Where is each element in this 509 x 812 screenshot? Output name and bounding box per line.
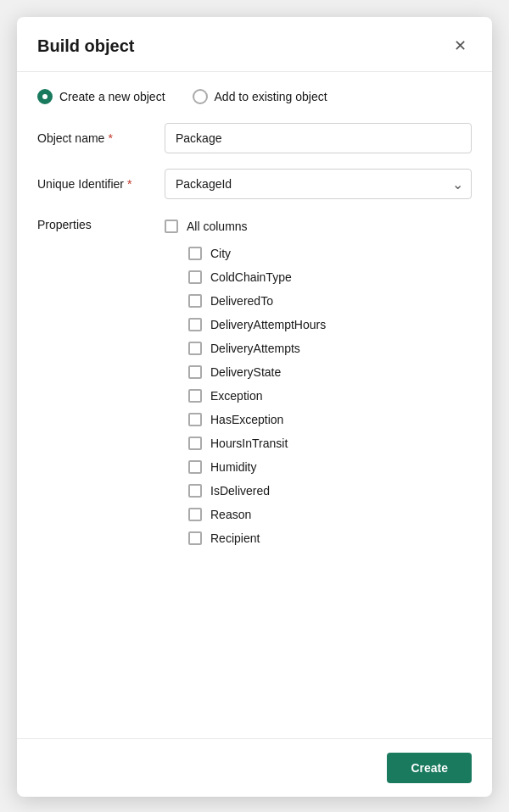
checkbox-exception	[188, 389, 202, 403]
object-name-required: *	[108, 131, 112, 145]
checkbox-hasexception	[188, 413, 202, 426]
label-deliveredto: DeliveredTo	[210, 294, 273, 308]
radio-add-existing-circle	[193, 89, 208, 104]
build-object-dialog: Build object ✕ Create a new object Add t…	[17, 17, 492, 797]
label-city: City	[210, 247, 231, 260]
radio-add-existing-label: Add to existing object	[215, 90, 327, 103]
object-name-row: Object name *	[37, 123, 472, 153]
radio-create-new[interactable]: Create a new object	[37, 89, 165, 104]
label-hoursintransit: HoursInTransit	[210, 437, 288, 450]
checkbox-humidity	[188, 460, 202, 474]
properties-section: Properties All columns City ColdChainTyp…	[37, 214, 472, 731]
list-item[interactable]: IsDelivered	[165, 479, 468, 503]
dialog-body: Create a new object Add to existing obje…	[17, 72, 492, 731]
label-hasexception: HasException	[210, 413, 283, 426]
unique-identifier-required: *	[127, 177, 131, 191]
checkbox-deliveryattempthours	[188, 318, 202, 331]
radio-group: Create a new object Add to existing obje…	[37, 89, 472, 104]
checkbox-recipient	[188, 531, 202, 545]
properties-label: Properties	[37, 214, 165, 731]
list-item[interactable]: Reason	[165, 503, 468, 526]
checkbox-coldchaintype	[188, 270, 202, 284]
unique-identifier-label: Unique Identifier *	[37, 177, 165, 191]
label-recipient: Recipient	[210, 531, 260, 545]
label-reason: Reason	[210, 508, 251, 521]
checkbox-reason	[188, 508, 202, 521]
list-item[interactable]: Humidity	[165, 455, 468, 479]
label-deliverystate: DeliveryState	[210, 365, 281, 379]
label-humidity: Humidity	[210, 460, 256, 474]
checkbox-hoursintransit	[188, 437, 202, 450]
checkbox-deliveryattempts	[188, 342, 202, 355]
object-name-label: Object name *	[37, 131, 165, 145]
checkbox-city	[188, 247, 202, 260]
radio-create-new-label: Create a new object	[59, 90, 165, 103]
list-item[interactable]: DeliveryAttempts	[165, 336, 468, 360]
label-isdelivered: IsDelivered	[210, 484, 270, 498]
list-item[interactable]: Recipient	[165, 526, 468, 550]
list-item[interactable]: DeliveredTo	[165, 289, 468, 313]
list-item[interactable]: DeliveryState	[165, 360, 468, 384]
list-item[interactable]: City	[165, 242, 468, 265]
close-button[interactable]: ✕	[448, 34, 472, 58]
list-item[interactable]: ColdChainType	[165, 265, 468, 289]
all-columns-checkbox	[165, 220, 178, 233]
list-item[interactable]: Exception	[165, 384, 468, 408]
checkbox-deliverystate	[188, 365, 202, 379]
radio-create-new-circle	[37, 89, 53, 104]
all-columns-label: All columns	[187, 220, 248, 233]
unique-identifier-select[interactable]: PackageId	[165, 169, 472, 199]
label-deliveryattempts: DeliveryAttempts	[210, 342, 300, 355]
list-item[interactable]: HoursInTransit	[165, 431, 468, 455]
label-coldchaintype: ColdChainType	[210, 270, 292, 284]
properties-list[interactable]: All columns City ColdChainType Delivered…	[165, 214, 472, 689]
dialog-header: Build object ✕	[17, 17, 492, 72]
checkbox-isdelivered	[188, 484, 202, 498]
unique-identifier-row: Unique Identifier * PackageId ⌄	[37, 169, 472, 199]
label-deliveryattempthours: DeliveryAttemptHours	[210, 318, 326, 331]
list-item[interactable]: HasException	[165, 408, 468, 431]
radio-add-existing[interactable]: Add to existing object	[193, 89, 327, 104]
list-item[interactable]: DeliveryAttemptHours	[165, 313, 468, 336]
dialog-title: Build object	[37, 36, 134, 56]
dialog-footer: Create	[17, 738, 492, 797]
checkbox-deliveredto	[188, 294, 202, 308]
create-button[interactable]: Create	[387, 753, 472, 783]
checkbox-all-columns[interactable]: All columns	[165, 214, 468, 238]
label-exception: Exception	[210, 389, 262, 403]
object-name-input[interactable]	[165, 123, 472, 153]
unique-identifier-select-wrapper: PackageId ⌄	[165, 169, 472, 199]
